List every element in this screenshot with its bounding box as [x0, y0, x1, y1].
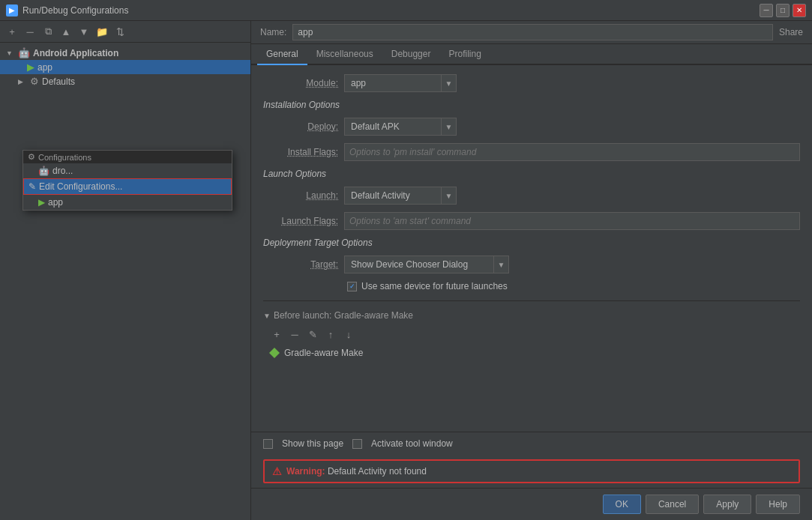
popup-overlay: ⚙ Configurations 🤖 dro... ✎ Edit Configu… — [22, 150, 232, 211]
gradle-label: Gradle-aware Make — [284, 348, 363, 358]
popup-app-icon: ▶ — [38, 197, 45, 208]
deploy-label[interactable]: Deploy: — [263, 121, 338, 132]
name-label: Name: — [260, 27, 286, 37]
show-page-checkbox[interactable] — [263, 439, 273, 449]
help-button[interactable]: Help — [756, 495, 800, 514]
popup-app-label: app — [48, 197, 63, 208]
module-select[interactable]: app — [344, 74, 442, 92]
tree-app-item[interactable]: ▶ app — [0, 60, 250, 74]
tab-general[interactable]: General — [257, 44, 307, 65]
popup-dro-label: dro... — [52, 166, 73, 176]
same-device-label: Use same device for future launches — [361, 281, 508, 291]
sort-button[interactable]: ⇅ — [112, 24, 127, 39]
expand-android-icon: ▼ — [6, 49, 15, 57]
popup-header-text: Configurations — [38, 153, 91, 162]
left-panel: + ─ ⧉ ▲ ▼ 📁 ⇅ ▼ 🤖 Android Application ▶ … — [0, 21, 251, 520]
before-launch-add[interactable]: + — [269, 327, 284, 342]
left-toolbar: + ─ ⧉ ▲ ▼ 📁 ⇅ — [0, 21, 250, 43]
same-device-row: ✓ Use same device for future launches — [347, 281, 800, 291]
install-flags-input[interactable] — [344, 143, 800, 161]
app-label: app — [37, 62, 52, 73]
right-panel: Name: Share General Miscellaneous Debugg… — [251, 21, 812, 520]
deploy-select[interactable]: Default APK — [344, 118, 442, 136]
launch-flags-row: Launch Flags: — [263, 212, 800, 230]
warning-message: Default Activity not found — [328, 466, 427, 477]
copy-config-button[interactable]: ⧉ — [40, 24, 55, 39]
defaults-icon: ⚙ — [30, 76, 39, 87]
before-launch-up[interactable]: ↑ — [323, 327, 338, 342]
popup-item-app[interactable]: ▶ app — [23, 195, 232, 210]
warning-box: ⚠ Warning: Default Activity not found — [263, 459, 800, 483]
target-select-container: Show Device Chooser Dialog ▼ — [344, 256, 509, 273]
deploy-arrow-button[interactable]: ▼ — [442, 118, 457, 136]
before-launch-down[interactable]: ↓ — [341, 327, 356, 342]
popup-edit-label: Edit Configurations... — [39, 181, 122, 192]
installation-options-title: Installation Options — [263, 100, 800, 110]
add-config-button[interactable]: + — [4, 24, 19, 39]
tab-miscellaneous[interactable]: Miscellaneous — [307, 44, 382, 65]
same-device-checkbox[interactable]: ✓ — [347, 282, 357, 291]
install-flags-label[interactable]: Install Flags: — [263, 147, 338, 157]
popup-edit-icon: ✎ — [28, 181, 36, 192]
tree-android-application[interactable]: ▼ 🤖 Android Application — [0, 46, 250, 60]
minimize-button[interactable]: ─ — [760, 4, 773, 17]
popup-header: ⚙ Configurations — [23, 151, 232, 163]
folder-button[interactable]: 📁 — [94, 24, 109, 39]
tree-defaults[interactable]: ▶ ⚙ Defaults — [0, 74, 250, 88]
app-config-icon: ▶ — [27, 61, 34, 73]
name-row: Name: Share — [251, 21, 812, 44]
move-up-button[interactable]: ▲ — [58, 24, 73, 39]
name-input[interactable] — [292, 24, 773, 40]
launch-row: Launch: Default Activity ▼ — [263, 187, 800, 205]
android-group-icon: 🤖 — [18, 47, 30, 58]
activate-tool-label: Activate tool window — [371, 438, 453, 449]
tab-debugger[interactable]: Debugger — [382, 44, 440, 65]
maximize-button[interactable]: □ — [776, 4, 790, 17]
module-label[interactable]: Module: — [263, 78, 338, 88]
title-bar-controls: ─ □ ✕ — [760, 4, 806, 17]
remove-config-button[interactable]: ─ — [22, 24, 37, 39]
warning-bold-text: Warning: — [286, 466, 325, 477]
defaults-expand-icon: ▶ — [18, 78, 27, 85]
popup-icon: ⚙ — [28, 152, 35, 162]
target-arrow-button[interactable]: ▼ — [494, 256, 509, 273]
deploy-row: Deploy: Default APK ▼ — [263, 118, 800, 136]
show-page-label: Show this page — [282, 438, 343, 449]
tree-area: ▼ 🤖 Android Application ▶ app ▶ ⚙ Defaul… — [0, 43, 250, 520]
launch-options-title: Launch Options — [263, 169, 800, 179]
activate-tool-checkbox[interactable] — [352, 439, 362, 449]
move-down-button[interactable]: ▼ — [76, 24, 91, 39]
launch-flags-label[interactable]: Launch Flags: — [263, 216, 338, 226]
warning-text: Warning: Default Activity not found — [286, 466, 427, 477]
module-select-container: app ▼ — [344, 74, 457, 92]
main-container: + ─ ⧉ ▲ ▼ 📁 ⇅ ▼ 🤖 Android Application ▶ … — [0, 21, 812, 520]
before-launch-collapse-icon[interactable]: ▼ — [263, 312, 271, 320]
defaults-label: Defaults — [42, 76, 75, 87]
launch-label[interactable]: Launch: — [263, 190, 338, 201]
popup-item-dro[interactable]: 🤖 dro... — [23, 163, 232, 178]
title-bar-text: Run/Debug Configurations — [22, 5, 760, 16]
popup-edit-configurations[interactable]: ✎ Edit Configurations... — [23, 178, 232, 195]
module-row: Module: app ▼ — [263, 74, 800, 92]
ok-button[interactable]: OK — [603, 495, 641, 514]
before-launch-edit[interactable]: ✎ — [305, 327, 320, 342]
title-bar-icon: ▶ — [6, 4, 18, 16]
close-button[interactable]: ✕ — [793, 4, 806, 17]
deployment-target-title: Deployment Target Options — [263, 238, 800, 248]
tab-profiling[interactable]: Profiling — [439, 44, 490, 65]
launch-select[interactable]: Default Activity — [344, 187, 442, 205]
launch-flags-input[interactable] — [344, 212, 800, 230]
before-launch-header: ▼ Before launch: Gradle-aware Make — [263, 310, 800, 321]
target-label[interactable]: Target: — [263, 259, 338, 270]
content-area: Module: app ▼ Installation Options Deplo… — [251, 65, 812, 432]
apply-button[interactable]: Apply — [703, 495, 751, 514]
launch-select-container: Default Activity ▼ — [344, 187, 457, 205]
android-application-label: Android Application — [33, 48, 118, 58]
title-bar: ▶ Run/Debug Configurations ─ □ ✕ — [0, 0, 812, 21]
module-arrow-button[interactable]: ▼ — [442, 74, 457, 92]
share-button[interactable]: Share — [779, 27, 803, 37]
target-select[interactable]: Show Device Chooser Dialog — [344, 256, 494, 273]
cancel-button[interactable]: Cancel — [646, 495, 699, 514]
before-launch-remove[interactable]: ─ — [287, 327, 302, 342]
launch-arrow-button[interactable]: ▼ — [442, 187, 457, 205]
